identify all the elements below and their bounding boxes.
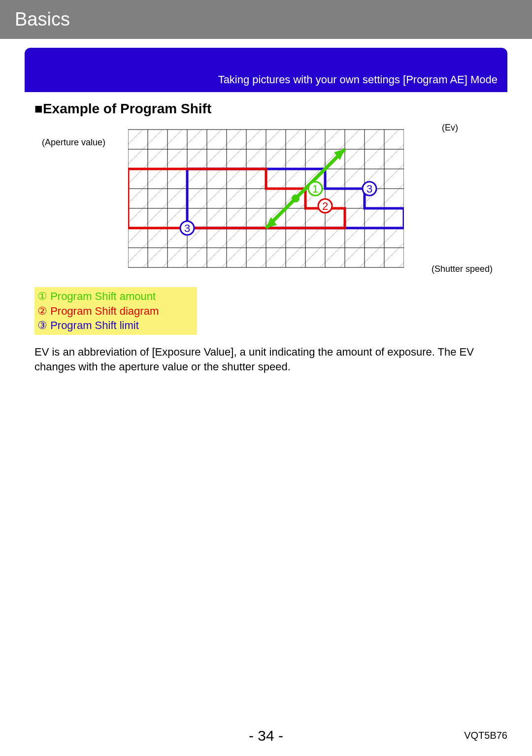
body-paragraph: EV is an abbreviation of [Exposure Value… [34,345,498,374]
legend-box: ① Program Shift amount ② Program Shift d… [34,287,197,335]
chart-marker-3a: 3 [363,182,376,196]
page-banner: Taking pictures with your own settings [… [25,48,507,92]
section-title: ■Example of Program Shift [34,101,498,117]
document-id: VQT5B76 [464,730,507,741]
legend-item-2: ② Program Shift diagram [37,304,194,319]
chart-marker-2: 2 [318,199,332,213]
legend-text-2: Program Shift diagram [50,305,159,317]
page-number: - 34 - [0,727,532,744]
legend-text-3: Program Shift limit [50,319,139,331]
legend-num-1: ① [37,290,47,302]
legend-text-1: Program Shift amount [50,290,156,302]
svg-text:2: 2 [322,200,328,212]
chart-marker-1: 1 [308,182,322,196]
legend-item-1: ① Program Shift amount [37,289,194,304]
banner-text: Taking pictures with your own settings [… [218,73,498,86]
header-bar: Basics [0,0,532,39]
axis-label-aperture: (Aperture value) [42,137,105,148]
program-shift-chart: (Aperture value) (Ev) [94,125,438,272]
axis-label-shutter: (Shutter speed) [432,264,493,274]
legend-num-3: ③ [37,319,47,331]
legend-item-3: ③ Program Shift limit [37,318,194,333]
svg-text:1: 1 [312,183,318,195]
legend-num-2: ② [37,305,47,317]
svg-text:3: 3 [184,222,190,234]
header-title: Basics [15,9,70,30]
chart-svg: 1 2 3 3 [128,125,404,272]
axis-label-ev: (Ev) [442,123,458,133]
svg-point-29 [292,195,299,202]
chart-marker-3b: 3 [180,221,194,235]
svg-text:3: 3 [366,183,372,195]
